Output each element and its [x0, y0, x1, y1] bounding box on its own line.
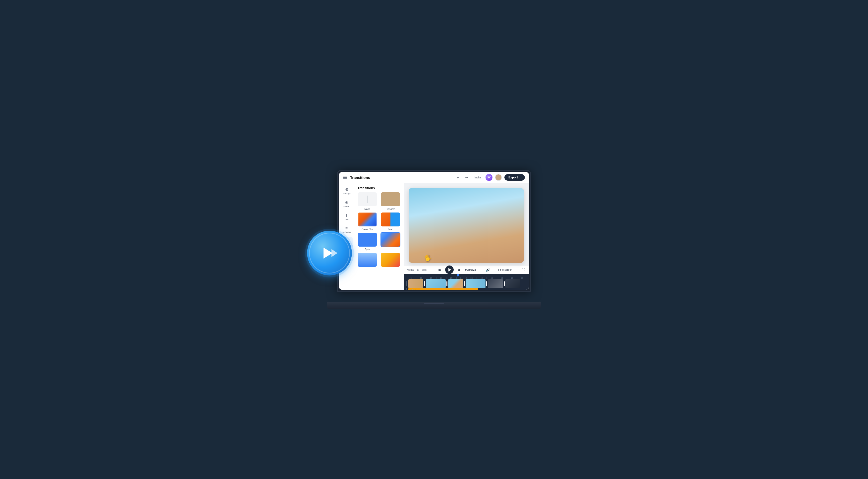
subtitles-icon: ≡	[345, 226, 348, 231]
top-bar-left: Transitions	[343, 175, 370, 180]
video-clip-2[interactable]	[426, 279, 446, 288]
panel-title: Transitions	[354, 183, 404, 192]
play-orb-inner	[321, 248, 337, 259]
ruler-mark-25: 25	[446, 277, 456, 279]
timecode: 00:02:23	[465, 268, 476, 271]
redo-button[interactable]: ↪	[463, 174, 470, 181]
transition-selected[interactable]	[380, 232, 401, 251]
sidebar-item-upload[interactable]: ⊕ Upload	[341, 198, 352, 210]
avatar-photo	[495, 174, 502, 181]
video-content	[409, 188, 524, 263]
invite-button[interactable]: Invite	[472, 175, 483, 180]
transitions-grid: None Dissolve	[354, 192, 404, 271]
zoom-minus[interactable]: −	[493, 268, 494, 271]
skip-icon	[332, 249, 337, 257]
shape-track-row: 🔗 Shape	[406, 288, 527, 290]
shape-icon: 🔗	[410, 289, 413, 290]
none-line	[367, 196, 368, 203]
push-right	[391, 213, 400, 226]
video-clip-5[interactable]	[488, 279, 503, 288]
transition-push[interactable]: Push	[380, 212, 401, 231]
transition-dog1[interactable]	[356, 252, 378, 268]
ruler-mark-45: 45	[487, 277, 497, 279]
video-frame	[409, 188, 524, 263]
transition-thumb-push	[380, 212, 400, 227]
sidebar-item-subtitles[interactable]: ≡ Subtitles	[341, 224, 352, 236]
transition-thumb-dissolve	[380, 192, 400, 207]
ruler-mark-20: 20	[436, 277, 446, 279]
track-handle-video[interactable]	[406, 281, 407, 286]
video-clip-6[interactable]	[505, 279, 520, 288]
settings-icon: ⚙	[345, 187, 348, 192]
ruler-mark-10: 10	[416, 277, 426, 279]
split-icon: ⊡	[417, 268, 419, 271]
transition-thumb-selected	[380, 232, 400, 247]
sidebar-label-settings: Settings	[342, 192, 351, 195]
clip-separator-1	[424, 279, 425, 288]
playhead-handle	[457, 274, 459, 277]
transition-spin[interactable]: Spin	[356, 232, 378, 251]
dog1-bg	[358, 253, 377, 267]
upload-icon: ⊕	[345, 200, 348, 205]
main-content: ⚙ Settings ⊕ Upload T Text ≡	[339, 183, 529, 290]
transition-dog2[interactable]	[380, 252, 401, 268]
timeline: 5 10 15 20 25 30 35 40 45 50	[404, 274, 529, 290]
split-label: Split	[422, 268, 426, 271]
zoom-plus[interactable]: +	[516, 268, 518, 271]
top-bar-right: ↩ ↪ Invite SK Export ↑	[455, 174, 525, 181]
transition-thumb-none	[358, 192, 377, 207]
sidebar-item-text[interactable]: T Text	[341, 211, 352, 223]
transition-none[interactable]: None	[356, 192, 378, 211]
video-clip-3[interactable]	[448, 279, 463, 288]
video-track	[408, 279, 527, 289]
dog2-bg	[381, 253, 400, 267]
top-bar: Transitions ↩ ↪ Invite SK Export ↑	[339, 172, 529, 183]
skip-forward-button[interactable]: ⏭	[456, 266, 463, 273]
sidebar-label-upload: Upload	[343, 205, 350, 208]
transitions-panel: Transitions None	[354, 183, 404, 290]
play-pause-button[interactable]	[445, 265, 454, 274]
transition-thumb-dog2	[380, 252, 400, 267]
track-handle-shape[interactable]	[406, 288, 407, 290]
fullscreen-button[interactable]: ⛶	[520, 267, 526, 273]
sidebar-item-settings[interactable]: ⚙ Settings	[341, 185, 352, 197]
undo-redo-group: ↩ ↪	[455, 174, 470, 181]
transition-label-none: None	[364, 208, 370, 211]
transition-label-push: Push	[388, 228, 393, 231]
shape-track[interactable]: 🔗 Shape	[408, 288, 478, 290]
clip-separator-2	[446, 279, 448, 288]
push-bg	[381, 213, 400, 226]
push-left	[381, 213, 391, 226]
preview-area: Media ⊡ Split ⏮ ⏭ 00:02:23 🔊	[404, 183, 529, 290]
transition-dissolve[interactable]: Dissolve	[380, 192, 401, 211]
undo-button[interactable]: ↩	[455, 174, 462, 181]
transition-label-spin: Spin	[365, 248, 370, 251]
ruler-mark-55: 55	[507, 277, 517, 279]
video-clip-1[interactable]	[408, 279, 423, 288]
transition-crossblur[interactable]: Cross Blur	[356, 212, 378, 231]
video-clip-4[interactable]	[466, 279, 486, 288]
play-orb[interactable]	[307, 231, 352, 276]
ruler-marks: 5 10 15 20 25 30 35 40 45 50	[406, 274, 527, 279]
scene: Transitions ↩ ↪ Invite SK Export ↑	[315, 165, 553, 314]
video-preview	[404, 183, 529, 265]
fit-screen-button[interactable]: Fit to Screen	[497, 268, 514, 272]
ruler-mark-60: 60	[517, 277, 527, 279]
export-button[interactable]: Export ↑	[504, 174, 525, 181]
playhead[interactable]	[458, 274, 458, 279]
spin-bg	[358, 233, 377, 247]
ruler-mark-35: 35	[466, 277, 476, 279]
screen-inner: Transitions ↩ ↪ Invite SK Export ↑	[339, 172, 529, 290]
skip-back-button[interactable]: ⏮	[436, 266, 443, 273]
sidebar-label-subtitles: Subtitles	[342, 231, 351, 234]
menu-icon[interactable]	[343, 176, 347, 179]
transition-label-dissolve: Dissolve	[386, 208, 395, 211]
ruler-mark-50: 50	[497, 277, 507, 279]
dissolve-bg	[381, 192, 400, 206]
ruler-mark-40: 40	[476, 277, 487, 279]
ruler-mark-5: 5	[406, 277, 416, 279]
volume-icon[interactable]: 🔊	[486, 268, 490, 272]
export-icon: ↑	[519, 176, 521, 179]
laptop-base	[327, 302, 541, 309]
playback-controls: Media ⊡ Split ⏮ ⏭ 00:02:23 🔊	[404, 265, 529, 274]
